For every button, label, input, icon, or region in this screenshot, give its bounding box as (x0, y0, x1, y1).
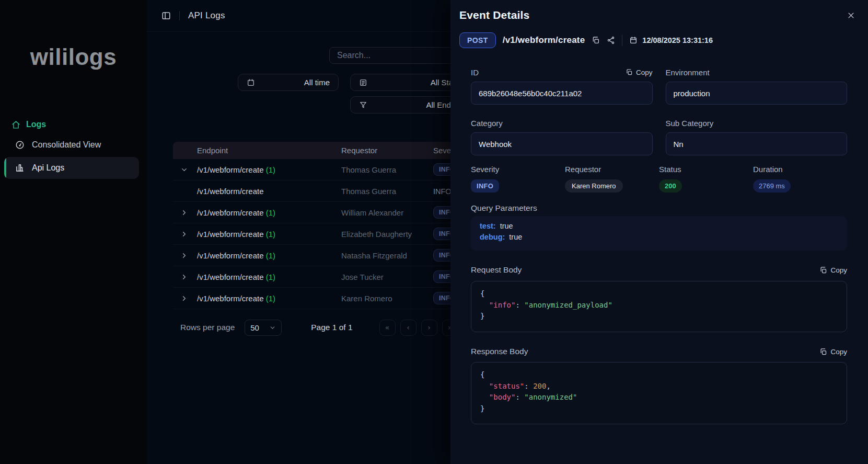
code-token: "info" (489, 301, 516, 309)
chevron-right-icon[interactable] (180, 209, 197, 217)
sidebar-item-consolidated-view[interactable]: Consolidated View (15, 140, 101, 150)
code-token: 200 (533, 382, 546, 390)
rows-per-page-select[interactable]: 50 (245, 320, 282, 336)
endpoint-text: /v1/webform/create (197, 251, 264, 260)
code-token (480, 382, 489, 390)
request-body-label: Request Body (471, 265, 522, 275)
id-label: ID (471, 68, 479, 77)
calendar-icon (629, 36, 638, 44)
field-sub-category: Sub Category Nn (666, 118, 848, 155)
duration-label: Duration (753, 165, 847, 174)
page-title: API Logs (188, 10, 225, 21)
time-filter-button[interactable]: All time (238, 74, 339, 91)
response-body-header: Response Body Copy (471, 347, 847, 356)
pagination-first-button[interactable]: « (379, 320, 396, 336)
app-root: wililogs Logs Consolidated View Api Logs (0, 0, 868, 464)
chevron-right-icon[interactable] (180, 273, 197, 281)
code-token: } (480, 312, 484, 320)
share-icon[interactable] (607, 36, 615, 44)
environment-value: production (666, 82, 848, 105)
endpoint-cell: /v1/webform/create (197, 187, 341, 196)
endpoint-text: /v1/webform/create (197, 187, 264, 196)
status-label: Status (659, 165, 753, 174)
code-line: { (480, 369, 838, 381)
requestor-cell: Jose Tucker (341, 273, 433, 281)
code-token: } (480, 404, 484, 413)
endpoint-count: (1) (264, 294, 276, 303)
query-param-value: true (509, 233, 522, 241)
requestor-cell: William Alexander (341, 208, 433, 217)
code-line: } (480, 311, 838, 322)
copy-icon (819, 266, 827, 274)
category-label: Category (471, 119, 503, 128)
severity-badge: INFO (433, 187, 452, 196)
table-row[interactable]: /v1/webform/create (1)William AlexanderI… (173, 202, 493, 223)
requestor-cell: Thomas Guerra (341, 165, 433, 174)
code-token: "anonymized_payload" (524, 301, 612, 309)
severity-badge: INFO (471, 179, 499, 193)
calendar-icon (247, 78, 255, 87)
query-param-key: test: (480, 222, 496, 230)
column-header-endpoint: Endpoint (197, 146, 341, 155)
endpoint-cell: /v1/webform/create (1) (197, 208, 341, 217)
gauge-icon (15, 140, 25, 150)
table-row[interactable]: /v1/webform/createThomas GuerraINFO (173, 180, 493, 202)
query-param-key: debug: (480, 233, 505, 241)
table-row[interactable]: /v1/webform/create (1)Karen RomeroINFO (173, 288, 493, 309)
copy-icon[interactable] (592, 36, 600, 44)
endpoint-count: (1) (264, 208, 276, 217)
rows-per-page-label: Rows per page (180, 323, 235, 332)
requestor-cell: Natasha Fitzgerald (341, 251, 433, 260)
query-param-row: debug:true (480, 233, 838, 241)
chevron-down-icon[interactable] (180, 166, 197, 174)
pagination-next-button[interactable]: › (421, 320, 437, 336)
meta-duration: Duration 2769 ms (753, 165, 847, 193)
pagination: Rows per page 50 Page 1 of 1 «‹›» (180, 319, 458, 336)
code-line: "info": "anonymized_payload" (480, 300, 838, 311)
sub-category-label: Sub Category (666, 119, 714, 128)
close-icon[interactable] (847, 12, 855, 19)
pagination-prev-button[interactable]: ‹ (400, 320, 416, 336)
column-header-requestor: Requestor (341, 146, 433, 155)
code-token: "body" (489, 393, 516, 401)
timestamp: 12/08/2025 13:31:16 (629, 36, 713, 44)
meta-requestor: Requestor Karen Romero (565, 165, 659, 193)
timestamp-value: 12/08/2025 13:31:16 (642, 36, 713, 44)
table-row[interactable]: /v1/webform/create (1)Jose TuckerINFO (173, 266, 493, 288)
app-logo: wililogs (0, 44, 147, 70)
pagination-buttons: «‹›» (379, 320, 458, 336)
endpoint-cell: /v1/webform/create (1) (197, 294, 341, 303)
request-body-header: Request Body Copy (471, 265, 847, 275)
chevron-right-icon[interactable] (180, 252, 197, 259)
copy-response-body-button[interactable]: Copy (819, 348, 847, 356)
endpoint-count: (1) (264, 165, 276, 174)
list-icon (359, 78, 367, 87)
requestor-cell: Thomas Guerra (341, 187, 433, 196)
code-token: : (515, 393, 524, 401)
chevron-down-icon (269, 324, 276, 331)
table-row[interactable]: /v1/webform/create (1)Thomas GuerraINFO (173, 159, 493, 180)
chevron-right-icon[interactable] (180, 295, 197, 302)
query-parameters-box: test:truedebug:true (471, 216, 847, 251)
copy-request-body-button[interactable]: Copy (819, 266, 847, 274)
sidebar-toggle-icon[interactable] (161, 11, 171, 20)
chevron-right-icon[interactable] (180, 230, 197, 238)
sidebar-item-logs[interactable]: Logs (11, 120, 46, 129)
copy-label: Copy (636, 69, 653, 76)
sidebar-item-api-logs[interactable]: Api Logs (4, 157, 139, 179)
code-token: { (480, 289, 484, 298)
time-filter-label: All time (304, 78, 330, 87)
fields-grid: ID Copy 689b26048e56b0c40c211a02 Environ… (471, 67, 847, 155)
sidebar: wililogs Logs Consolidated View Api Logs (0, 0, 147, 464)
topbar-divider (179, 11, 180, 20)
code-token: { (480, 370, 484, 379)
meta-status: Status 200 (659, 165, 753, 193)
copy-id-button[interactable]: Copy (626, 69, 653, 76)
table-row[interactable]: /v1/webform/create (1)Elizabeth Daughert… (173, 223, 493, 245)
code-token (480, 301, 489, 309)
code-token: : (524, 382, 533, 390)
endpoint-text: /v1/webform/create (197, 230, 264, 239)
table-row[interactable]: /v1/webform/create (1)Natasha Fitzgerald… (173, 245, 493, 266)
response-body-label: Response Body (471, 347, 528, 356)
endpoint-cell: /v1/webform/create (1) (197, 230, 341, 239)
